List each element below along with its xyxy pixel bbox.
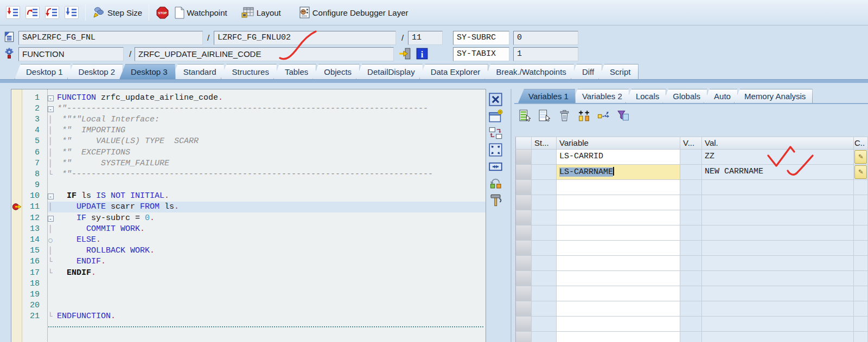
fold-marker[interactable]: - [44,105,57,112]
value-column-cell[interactable] [702,271,854,286]
variable-column-cell[interactable] [557,286,680,301]
header-variable-column[interactable]: Variable [557,137,680,150]
table-content-icon[interactable] [538,109,552,122]
header-value-column[interactable]: Val. [702,137,854,150]
sy-tabix-value-field[interactable]: 1 [513,47,578,61]
variable-column-cell[interactable]: LS-CARRNAME [557,165,680,180]
line-number-field[interactable]: 11 [408,31,443,45]
value-column-cell[interactable] [702,180,854,195]
variable-column-cell[interactable] [557,180,680,195]
desktop-tab-data-explorer[interactable]: Data Explorer [419,64,489,79]
desktop-tab-script[interactable]: Script [598,64,639,79]
compare-layout-icon[interactable] [488,176,503,191]
configure-debugger-button[interactable]: Configure Debugger Layer [296,4,411,21]
program-field[interactable]: SAPLZRFC_FG_FNL [18,31,203,45]
step-into-button[interactable] [3,4,23,21]
code-line-5[interactable]: 5│ *" VALUE(LS) TYPE SCARR [11,136,486,147]
variable-column-cell[interactable] [557,256,680,271]
fold-marker[interactable]: - [44,192,57,199]
abap-code-editor[interactable]: 1-FUNCTION zrfc_update_airline_code.2-*"… [11,89,486,342]
change-column-cell[interactable] [854,286,868,301]
vars-tab-auto[interactable]: Auto [704,89,738,103]
value-column-cell[interactable] [702,286,854,301]
code-line-18[interactable]: 18 [11,278,486,289]
vars-tab-memory-analysis[interactable]: Memory Analysis [734,89,813,103]
delete-icon[interactable] [558,109,571,122]
panel-splitter[interactable] [510,89,512,342]
code-line-10[interactable]: 10- IF ls IS NOT INITIAL. [11,191,486,202]
change-column-cell[interactable] [854,180,868,195]
step-return-button[interactable] [42,4,62,21]
variable-column-cell[interactable] [557,317,680,332]
row-selector-cell[interactable] [515,180,532,195]
variable-column-cell[interactable] [557,271,680,286]
code-line-12[interactable]: 12- IF sy-subrc = 0. [11,212,486,223]
change-column-cell[interactable]: ✎ [854,150,868,165]
close-icon[interactable] [488,92,503,107]
row-selector-cell[interactable] [515,241,532,256]
layout-button[interactable]: Layout [239,5,284,20]
change-column-cell[interactable] [854,332,868,342]
code-line-14[interactable]: 14○ ELSE. [11,234,486,245]
header-change-column[interactable]: C.. [854,137,868,150]
change-column-cell[interactable] [854,271,868,286]
edit-views-icon[interactable] [519,109,532,122]
code-line-20[interactable]: 20 [11,300,486,311]
change-column-cell[interactable] [854,241,868,256]
code-line-15[interactable]: 15│ ROLLBACK WORK. [11,246,486,256]
code-line-1[interactable]: 1-FUNCTION zrfc_update_airline_code. [11,92,486,103]
desktop-tab-break-watchpoints[interactable]: Break./Watchpoints [484,64,575,79]
desktop-tab-desktop-2[interactable]: Desktop 2 [67,64,124,79]
value-column-cell[interactable] [702,210,854,225]
desktop-tab-standard[interactable]: Standard [172,64,225,79]
code-line-16[interactable]: 16└ ENDIF. [11,256,486,267]
desktop-tab-desktop-1[interactable]: Desktop 1 [15,64,71,79]
desktop-tab-tables[interactable]: Tables [273,64,316,79]
variable-column-cell[interactable] [557,210,680,225]
resize-width-icon[interactable] [488,159,503,174]
sy-subrc-label-field[interactable]: SY-SUBRC [453,31,509,45]
change-value-button[interactable]: ✎ [854,165,867,179]
event-name-field[interactable]: ZRFC_UPDATE_AIRLINE_CODE [135,47,394,61]
value-column-cell[interactable] [702,332,854,342]
change-column-cell[interactable]: ✎ [854,165,868,180]
code-line-7[interactable]: 7│ *" SYSTEM_FAILURE [11,158,486,169]
code-line-6[interactable]: 6│ *" EXCEPTIONS [11,147,486,158]
row-selector-cell[interactable] [515,317,532,332]
new-session-icon[interactable] [488,109,503,124]
code-line-21[interactable]: 21└ENDFUNCTION. [11,311,486,322]
sy-subrc-value-field[interactable]: 0 [513,31,578,45]
insert-columns-icon[interactable] [577,109,591,122]
change-column-cell[interactable] [854,225,868,241]
value-column-cell[interactable] [702,256,854,271]
fullscreen-icon[interactable] [488,143,503,157]
code-line-9[interactable]: 9 [11,180,486,191]
swap-panes-icon[interactable] [488,126,503,140]
row-selector-cell[interactable] [515,195,532,210]
header-view-column[interactable]: V... [680,137,702,150]
variable-column-cell[interactable] [557,195,680,210]
code-line-8[interactable]: 8└ *"-----------------------------------… [11,169,486,179]
code-line-11[interactable]: 11│ UPDATE scarr FROM ls. [11,202,486,212]
change-value-button[interactable]: ✎ [854,150,867,164]
step-size-button[interactable]: Step Size [90,4,145,21]
desktop-tab-objects[interactable]: Objects [312,64,360,79]
sy-tabix-label-field[interactable]: SY-TABIX [453,47,509,61]
variable-column-cell[interactable] [557,301,680,317]
change-column-cell[interactable] [854,256,868,271]
value-column-cell[interactable] [702,317,854,332]
code-line-17[interactable]: 17└ ENDIF. [11,267,486,278]
vars-tab-variables-2[interactable]: Variables 2 [572,89,629,103]
value-column-cell[interactable] [702,241,854,256]
variable-column-cell[interactable]: LS-CARRID [557,150,680,165]
row-selector-cell[interactable] [515,286,532,301]
variable-column-cell[interactable] [557,332,680,342]
filter-icon[interactable] [616,109,630,122]
event-type-field[interactable]: FUNCTION [18,47,124,61]
desktop-tab-structures[interactable]: Structures [221,64,277,79]
value-column-cell[interactable]: NEW CARRNAME [702,165,854,180]
fold-marker[interactable]: - [44,215,57,222]
variable-column-cell[interactable] [557,241,680,256]
value-column-cell[interactable] [702,301,854,317]
code-line-3[interactable]: 3│ *"*"Local Interface: [11,114,486,125]
